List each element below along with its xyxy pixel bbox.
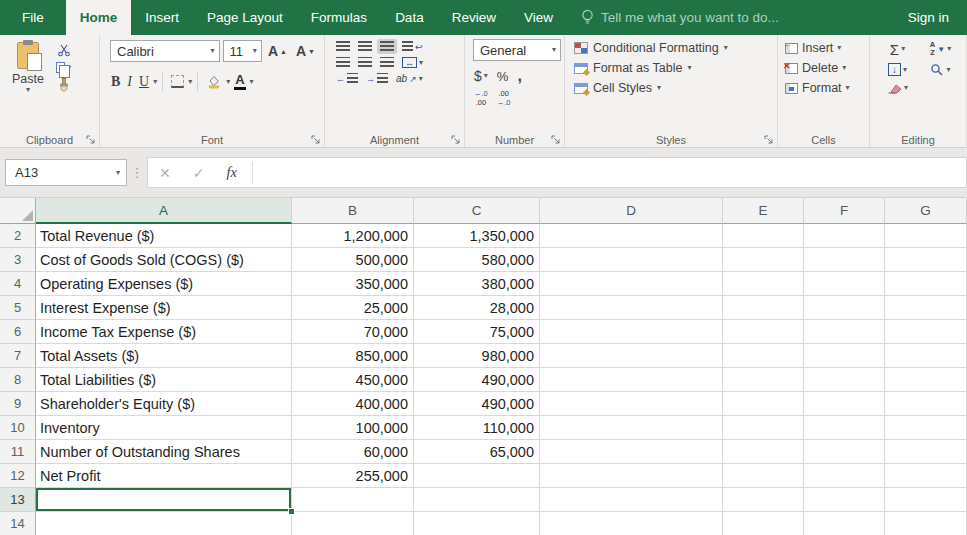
cell-E9[interactable] xyxy=(723,392,804,416)
font-name-combo[interactable]: Calibri ▾ xyxy=(110,40,220,62)
cell-E3[interactable] xyxy=(723,248,804,272)
format-as-table-button[interactable]: Format as Table ▾ xyxy=(567,58,775,78)
number-format-combo[interactable]: General ▾ xyxy=(473,39,561,61)
cell-D7[interactable] xyxy=(540,344,723,368)
cell-D8[interactable] xyxy=(540,368,723,392)
cell-A4[interactable]: Operating Expenses ($) xyxy=(36,272,292,296)
tab-file[interactable]: File xyxy=(0,0,66,35)
row-header-7[interactable]: 7 xyxy=(0,344,36,368)
align-left-button[interactable] xyxy=(333,55,353,70)
tab-data[interactable]: Data xyxy=(381,0,438,35)
cell-F8[interactable] xyxy=(804,368,885,392)
copy-button[interactable]: ▾ xyxy=(53,60,74,75)
formula-bar-handle[interactable]: ⋮ xyxy=(127,165,147,180)
clipboard-dialog-launcher[interactable] xyxy=(86,135,96,145)
cell-G11[interactable] xyxy=(885,440,967,464)
cell-C9[interactable]: 490,000 xyxy=(414,392,540,416)
borders-caret[interactable]: ▾ xyxy=(188,78,192,86)
tab-page-layout[interactable]: Page Layout xyxy=(193,0,297,35)
cell-A10[interactable]: Inventory xyxy=(36,416,292,440)
cell-F5[interactable] xyxy=(804,296,885,320)
cell-B3[interactable]: 500,000 xyxy=(292,248,414,272)
align-right-button[interactable] xyxy=(377,55,397,70)
tab-review[interactable]: Review xyxy=(438,0,510,35)
cell-F13[interactable] xyxy=(804,488,885,512)
cell-G6[interactable] xyxy=(885,320,967,344)
row-header-9[interactable]: 9 xyxy=(0,392,36,416)
clear-button[interactable]: ▾ xyxy=(876,80,919,96)
row-header-5[interactable]: 5 xyxy=(0,296,36,320)
conditional-formatting-button[interactable]: Conditional Formatting ▾ xyxy=(567,38,775,58)
cell-F11[interactable] xyxy=(804,440,885,464)
format-cells-button[interactable]: Format ▾ xyxy=(780,78,867,98)
paste-button[interactable]: Paste ▾ xyxy=(6,40,50,96)
cell-A12[interactable]: Net Profit xyxy=(36,464,292,488)
column-header-D[interactable]: D xyxy=(540,198,723,224)
cell-D12[interactable] xyxy=(540,464,723,488)
cell-A11[interactable]: Number of Outstanding Shares xyxy=(36,440,292,464)
decrease-indent-button[interactable]: ← xyxy=(333,71,361,86)
format-painter-button[interactable] xyxy=(53,76,74,94)
cell-F2[interactable] xyxy=(804,224,885,248)
column-header-C[interactable]: C xyxy=(414,198,540,224)
cell-C2[interactable]: 1,350,000 xyxy=(414,224,540,248)
cell-B4[interactable]: 350,000 xyxy=(292,272,414,296)
decrease-decimal-button[interactable]: .00→.0 xyxy=(494,88,514,109)
cell-E2[interactable] xyxy=(723,224,804,248)
cell-E13[interactable] xyxy=(723,488,804,512)
cell-D2[interactable] xyxy=(540,224,723,248)
cell-G9[interactable] xyxy=(885,392,967,416)
cancel-button[interactable]: ✕ xyxy=(148,165,182,181)
cell-E7[interactable] xyxy=(723,344,804,368)
cell-C13[interactable] xyxy=(414,488,540,512)
middle-align-button[interactable] xyxy=(355,39,375,54)
name-box[interactable]: A13 ▾ xyxy=(5,159,127,186)
column-header-G[interactable]: G xyxy=(885,198,967,224)
cell-G2[interactable] xyxy=(885,224,967,248)
cell-F7[interactable] xyxy=(804,344,885,368)
top-align-button[interactable] xyxy=(333,39,353,54)
cell-B13[interactable] xyxy=(292,488,414,512)
formula-input[interactable] xyxy=(257,158,966,187)
cell-D3[interactable] xyxy=(540,248,723,272)
percent-style-button[interactable]: % xyxy=(494,67,512,86)
cell-G7[interactable] xyxy=(885,344,967,368)
delete-cells-button[interactable]: Delete ▾ xyxy=(780,58,867,78)
cell-F12[interactable] xyxy=(804,464,885,488)
cell-G14[interactable] xyxy=(885,512,967,535)
enter-button[interactable]: ✓ xyxy=(182,165,216,181)
borders-button[interactable] xyxy=(168,73,187,90)
wrap-text-button[interactable]: ↩ xyxy=(399,39,426,54)
column-header-B[interactable]: B xyxy=(292,198,414,224)
cell-B10[interactable]: 100,000 xyxy=(292,416,414,440)
cell-D5[interactable] xyxy=(540,296,723,320)
cell-G8[interactable] xyxy=(885,368,967,392)
row-header-6[interactable]: 6 xyxy=(0,320,36,344)
increase-decimal-button[interactable]: ←.0.00 xyxy=(471,88,491,109)
cell-E6[interactable] xyxy=(723,320,804,344)
cell-C8[interactable]: 490,000 xyxy=(414,368,540,392)
sort-filter-button[interactable]: AZ▼▾ xyxy=(919,39,962,60)
tab-view[interactable]: View xyxy=(510,0,567,35)
cell-F10[interactable] xyxy=(804,416,885,440)
fill-color-button[interactable] xyxy=(203,73,225,91)
cell-G5[interactable] xyxy=(885,296,967,320)
bold-button[interactable]: B xyxy=(108,72,123,92)
styles-dialog-launcher[interactable] xyxy=(764,135,774,145)
tab-formulas[interactable]: Formulas xyxy=(297,0,381,35)
fill-color-caret[interactable]: ▾ xyxy=(226,78,230,86)
cell-G10[interactable] xyxy=(885,416,967,440)
cell-F4[interactable] xyxy=(804,272,885,296)
sign-in-button[interactable]: Sign in xyxy=(890,0,967,35)
cell-F3[interactable] xyxy=(804,248,885,272)
cell-B2[interactable]: 1,200,000 xyxy=(292,224,414,248)
font-color-caret[interactable]: ▾ xyxy=(250,78,254,86)
cell-D14[interactable] xyxy=(540,512,723,535)
cell-A3[interactable]: Cost of Goods Sold (COGS) ($) xyxy=(36,248,292,272)
cell-A6[interactable]: Income Tax Expense ($) xyxy=(36,320,292,344)
cell-B12[interactable]: 255,000 xyxy=(292,464,414,488)
underline-caret[interactable]: ▾ xyxy=(153,78,157,86)
row-header-10[interactable]: 10 xyxy=(0,416,36,440)
cell-B6[interactable]: 70,000 xyxy=(292,320,414,344)
font-color-button[interactable]: A xyxy=(231,71,248,92)
